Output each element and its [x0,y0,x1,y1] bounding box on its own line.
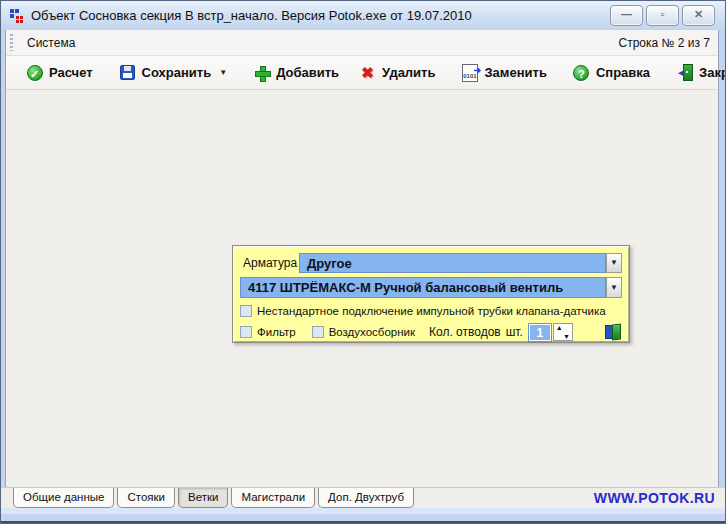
add-icon [253,64,270,81]
window-title: Объект Сосновка секция В встр_начало. Ве… [31,8,472,23]
spin-up-icon[interactable]: ▲ [556,324,563,331]
spin-down-icon[interactable]: ▼ [563,333,570,340]
row-indicator: Строка № 2 из 7 [619,36,710,50]
titlebar[interactable]: Объект Сосновка секция В встр_начало. Ве… [1,1,725,30]
app-icon [9,8,25,24]
filter-checkbox[interactable] [240,326,252,338]
close-door-icon: ◄ [676,64,693,81]
spinner-buttons[interactable]: ▲ ▼ [553,323,573,341]
tab-branches[interactable]: Ветки [178,488,228,508]
nonstandard-row: Нестандартное подключение импульной труб… [240,305,622,317]
air-collector-label: Воздухосборник [329,326,415,338]
close-form-button[interactable]: ◄ Закрыть [666,60,726,85]
minimize-button[interactable]: — [610,5,643,26]
save-button[interactable]: Сохранить ▼ [109,60,238,85]
outlets-label: Кол. отводов [429,325,501,339]
tab-mains[interactable]: Магистрали [231,488,315,508]
window-controls: — ▫ ✕ [610,5,715,26]
apply-exit-icon[interactable] [605,324,622,340]
help-button[interactable]: ? Справка [563,60,660,85]
replace-button[interactable]: 0101 Заменить [451,60,556,85]
air-collector-checkbox[interactable] [312,326,324,338]
outlets-count-field[interactable]: 1 [529,324,551,341]
chevron-down-icon[interactable]: ▼ [606,277,622,298]
close-button[interactable]: ✕ [682,5,715,26]
armature-row: Арматура Другое ▼ [240,253,622,273]
save-icon [119,64,136,81]
toolbar: ✓ Расчет Сохранить ▼ Добавить ✖ Удалить … [6,56,718,90]
chevron-down-icon[interactable]: ▼ [606,253,622,273]
options-row: Фильтр Воздухосборник Кол. отводов шт. 1… [240,323,622,341]
menu-system[interactable]: Система [19,33,83,53]
app-window: { "window": { "title": "Объект Сосновка … [0,0,726,524]
nonstandard-checkbox[interactable] [240,305,252,317]
filter-label: Фильтр [257,326,296,338]
armature-combobox[interactable]: Другое [299,253,606,273]
menubar-grip[interactable] [10,34,13,52]
delete-icon: ✖ [359,64,376,81]
bottom-tabbar: Общие данные Стояки Ветки Магистрали Доп… [1,487,725,509]
armature-label: Арматура [243,256,299,270]
menubar: Система Строка № 2 из 7 [6,30,718,56]
tab-additional[interactable]: Доп. Двухтруб [318,488,414,508]
help-icon: ? [573,64,590,81]
outlets-unit-label: шт. [506,325,523,339]
add-button[interactable]: Добавить [243,60,349,85]
nonstandard-label: Нестандартное подключение импульной труб… [257,305,606,317]
tab-general-data[interactable]: Общие данные [13,488,114,508]
armature-popup: Арматура Другое ▼ 4117 ШТРЁМАКС-М Ручной… [232,245,630,343]
window-frame-bottom [0,514,726,524]
delete-button[interactable]: ✖ Удалить [349,60,445,85]
website-link[interactable]: WWW.POTOK.RU [594,488,715,508]
maximize-button[interactable]: ▫ [646,5,679,26]
calculate-icon: ✓ [26,64,43,81]
valve-row: 4117 ШТРЁМАКС-М Ручной балансовый вентил… [240,277,622,298]
valve-combobox[interactable]: 4117 ШТРЁМАКС-М Ручной балансовый вентил… [240,277,606,298]
calculate-button[interactable]: ✓ Расчет [16,60,103,85]
save-dropdown-caret[interactable]: ▼ [219,68,227,77]
tab-risers[interactable]: Стояки [117,488,175,508]
replace-icon: 0101 [461,64,478,81]
